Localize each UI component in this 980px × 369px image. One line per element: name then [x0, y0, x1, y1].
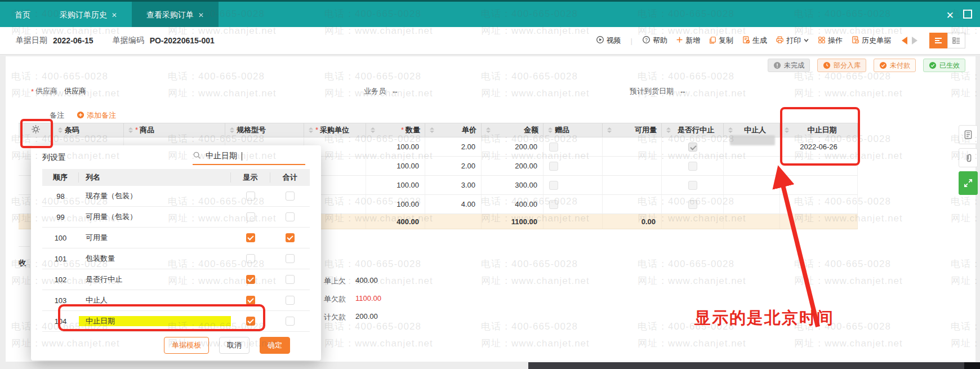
warn-circle-icon	[773, 61, 781, 69]
column-header-avail[interactable]: 可用量	[603, 123, 662, 137]
side-panel-expand-button[interactable]	[959, 171, 978, 195]
toolbar-video-button[interactable]: 视频	[596, 35, 621, 46]
show-checkbox[interactable]	[246, 296, 255, 305]
side-panel-attachment-button[interactable]	[959, 148, 978, 167]
column-header-gift[interactable]: 赠品	[544, 123, 603, 137]
total-checkbox[interactable]	[286, 233, 295, 242]
status-badge-label: 部分入库	[834, 61, 861, 70]
column-header-price[interactable]: 单价	[425, 123, 482, 137]
eta-label: 预计到货日期	[630, 86, 674, 96]
tab-首页[interactable]: 首页	[0, 2, 45, 29]
confirm-button[interactable]: 确定	[260, 337, 290, 354]
sort-icon	[666, 127, 671, 133]
search-icon	[193, 151, 201, 161]
cell-stopped	[662, 176, 724, 194]
tab-采购订单历史[interactable]: 采购订单历史✕	[45, 2, 132, 29]
column-header-stopped[interactable]: 是否行中止	[662, 123, 724, 137]
toolbar-help-button[interactable]: ?帮助	[642, 35, 667, 46]
show-checkbox[interactable]	[246, 254, 255, 263]
total-checkbox[interactable]	[286, 254, 295, 263]
total-checkbox[interactable]	[286, 275, 295, 284]
status-badge-partial-inbound: 部分入库	[817, 59, 866, 72]
toolbar-copy-label: 复制	[719, 35, 733, 46]
total-checkbox[interactable]	[286, 192, 295, 201]
dialog-cell-seq: 102	[42, 275, 79, 284]
column-header-barcode[interactable]: 条码	[54, 123, 124, 137]
total-checkbox[interactable]	[286, 296, 295, 305]
sort-icon	[309, 127, 313, 133]
dialog-cell-total	[270, 275, 310, 284]
dialog-header-显示: 显示	[231, 172, 270, 183]
toolbar-copy-button[interactable]: 复制	[709, 35, 733, 46]
dialog-column-row: 98现存量（包装）	[42, 186, 310, 207]
required-asterisk: *	[31, 87, 34, 96]
dialog-column-row: 101包装数量	[42, 248, 310, 269]
column-header-unit[interactable]: *采购单位	[304, 123, 366, 137]
dialog-cell-seq: 103	[42, 296, 79, 305]
grid-view-icon[interactable]	[947, 33, 965, 48]
toolbar-print-button[interactable]: 打印	[776, 35, 809, 46]
column-header-product[interactable]: *商品	[124, 123, 225, 137]
eta-field: 预计到货日期 --	[630, 86, 685, 96]
column-header-amount[interactable]: 金额	[482, 123, 544, 137]
dialog-cell-name: 可用量	[79, 233, 231, 243]
tab-close-icon[interactable]: ✕	[112, 11, 117, 19]
show-checkbox[interactable]	[246, 192, 255, 201]
total-checkbox[interactable]	[286, 317, 295, 326]
show-checkbox[interactable]	[246, 233, 255, 242]
cell-amount: 300.00	[482, 176, 544, 194]
total-checkbox[interactable]	[286, 212, 295, 221]
dialog-header-合计: 合计	[270, 172, 310, 183]
help-icon: ?	[642, 35, 651, 46]
dialog-cell-show	[231, 317, 270, 326]
summary-row-2: 单欠款1100.00	[324, 294, 381, 304]
dialog-header-label: 列名	[86, 172, 100, 183]
side-panel-doc-button[interactable]	[959, 125, 978, 144]
fullscreen-icon[interactable]	[963, 10, 972, 21]
dialog-header-label: 顺序	[53, 172, 68, 183]
dialog-column-name: 现存量（包装）	[86, 191, 137, 201]
cell-amount: 200.00	[482, 157, 544, 175]
template-button[interactable]: 单据模板	[164, 337, 209, 354]
cell-avail	[603, 137, 662, 156]
note-label: 备注	[50, 110, 64, 121]
total-cell-qty: 400.00	[366, 214, 425, 229]
caret-down-icon[interactable]	[803, 37, 809, 45]
column-header-spec[interactable]: 规格型号	[225, 123, 304, 137]
total-cell-amount: 1100.00	[482, 214, 544, 229]
cell-qty: 100.00	[366, 157, 425, 175]
sort-icon	[785, 127, 789, 133]
toolbar-generate-button[interactable]: 生成	[742, 35, 767, 46]
show-checkbox[interactable]	[246, 275, 255, 284]
show-checkbox[interactable]	[246, 317, 255, 326]
cancel-button[interactable]: 取消	[219, 337, 250, 354]
prev-icon[interactable]	[902, 37, 907, 45]
check-circle-icon	[879, 61, 887, 69]
column-header-qty[interactable]: *数量	[366, 123, 425, 137]
tab-查看采购订单[interactable]: 查看采购订单✕	[132, 2, 219, 29]
dialog-cell-name: 现存量（包装）	[79, 191, 231, 201]
dialog-header-顺序: 顺序	[42, 172, 79, 183]
toolbar-operate-button[interactable]: 操作	[818, 35, 843, 46]
toolbar-history-button[interactable]: 历史单据	[851, 35, 891, 46]
dialog-cell-seq: 101	[42, 255, 79, 263]
doc-code-label: 单据编码	[113, 35, 144, 46]
cell-stop_person	[724, 137, 780, 156]
toolbar-add-button[interactable]: 新增	[676, 35, 700, 46]
dialog-header-label: 显示	[243, 172, 258, 183]
dialog-column-name: 中止人	[86, 295, 108, 305]
column-header-stop_date[interactable]: 中止日期	[780, 123, 858, 137]
close-icon[interactable]: ✕	[946, 10, 954, 21]
show-checkbox[interactable]	[246, 212, 255, 221]
tab-close-icon[interactable]: ✕	[198, 11, 204, 19]
history-icon	[851, 35, 859, 46]
cell-stopped	[662, 195, 724, 214]
next-icon[interactable]	[912, 37, 917, 45]
search-input[interactable]: 中止日期	[193, 151, 305, 165]
list-view-icon[interactable]	[929, 33, 947, 48]
dialog-cell-total	[270, 212, 310, 221]
column-settings-gear-button[interactable]	[19, 123, 54, 137]
sort-icon	[486, 127, 491, 133]
cell-stop_date	[780, 157, 858, 175]
add-note-link[interactable]: 添加备注	[77, 110, 116, 121]
